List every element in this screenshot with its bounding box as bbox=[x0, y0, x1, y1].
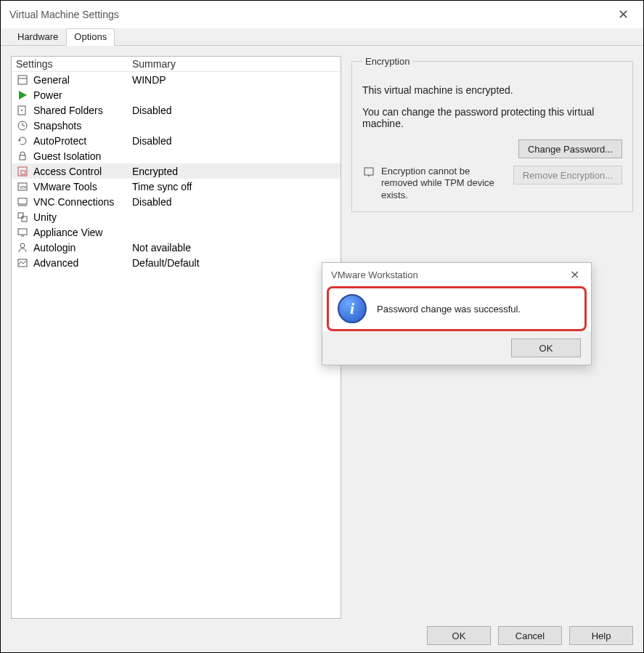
row-summary: Disabled bbox=[132, 196, 336, 208]
message-dialog: VMware Workstation ✕ i Password change w… bbox=[322, 262, 592, 365]
svg-rect-16 bbox=[18, 213, 23, 218]
row-unity[interactable]: Unity bbox=[12, 209, 341, 224]
row-summary: WINDP bbox=[132, 74, 336, 86]
general-icon bbox=[16, 73, 29, 86]
dialog-close-icon[interactable]: ✕ bbox=[563, 267, 587, 283]
row-label: AutoProtect bbox=[33, 135, 86, 147]
svg-marker-2 bbox=[19, 91, 27, 100]
list-header: Settings Summary bbox=[12, 57, 341, 72]
dialog-title: VMware Workstation bbox=[331, 269, 418, 280]
ok-button[interactable]: OK bbox=[427, 626, 491, 645]
titlebar: Virtual Machine Settings ✕ bbox=[1, 1, 643, 28]
access-icon bbox=[16, 165, 29, 178]
appliance-icon bbox=[16, 226, 29, 239]
row-summary: Disabled bbox=[132, 105, 336, 116]
row-label: Snapshots bbox=[33, 120, 81, 131]
row-summary: Encrypted bbox=[132, 166, 336, 177]
row-summary: Disabled bbox=[132, 135, 336, 147]
refresh-icon bbox=[16, 134, 29, 147]
row-shared-folders[interactable]: Shared Folders Disabled bbox=[12, 102, 341, 118]
encryption-group: Encryption This virtual machine is encry… bbox=[351, 56, 633, 212]
row-label: Unity bbox=[33, 211, 57, 223]
unity-icon bbox=[16, 211, 29, 224]
row-summary: Default/Default bbox=[132, 257, 336, 269]
svg-rect-14 bbox=[18, 198, 27, 204]
encryption-note: Encryption cannot be removed while TPM d… bbox=[381, 166, 508, 201]
encryption-legend: Encryption bbox=[362, 56, 412, 67]
row-autoprotect[interactable]: AutoProtect Disabled bbox=[12, 133, 341, 148]
row-general[interactable]: General WINDP bbox=[12, 72, 341, 87]
tab-options[interactable]: Options bbox=[66, 28, 115, 46]
svg-text:vm: vm bbox=[20, 184, 27, 190]
help-button[interactable]: Help bbox=[569, 626, 633, 645]
row-label: Shared Folders bbox=[33, 105, 103, 116]
cancel-button[interactable]: Cancel bbox=[498, 626, 562, 645]
svg-marker-23 bbox=[368, 175, 370, 177]
row-label: Power bbox=[33, 89, 62, 101]
svg-rect-17 bbox=[22, 216, 27, 222]
row-label: Guest Isolation bbox=[33, 150, 101, 162]
list-body: General WINDP Power Shared Folders bbox=[12, 72, 341, 618]
row-vnc[interactable]: VNC Connections Disabled bbox=[12, 194, 341, 209]
footer: OK Cancel Help bbox=[1, 619, 643, 652]
svg-point-20 bbox=[20, 243, 25, 248]
dialog-titlebar: VMware Workstation ✕ bbox=[322, 263, 591, 286]
user-icon bbox=[16, 241, 29, 254]
row-summary: Time sync off bbox=[132, 181, 336, 192]
row-summary: Not available bbox=[132, 242, 336, 254]
dialog-footer: OK bbox=[322, 331, 591, 365]
encryption-line2: You can change the password protecting t… bbox=[362, 106, 622, 129]
dialog-ok-button[interactable]: OK bbox=[511, 338, 581, 357]
settings-list: Settings Summary General WINDP Power bbox=[11, 56, 341, 619]
close-icon[interactable]: ✕ bbox=[609, 4, 637, 25]
svg-point-4 bbox=[21, 110, 23, 111]
row-snapshots[interactable]: Snapshots bbox=[12, 118, 341, 133]
row-autologin[interactable]: Autologin Not available bbox=[12, 240, 341, 255]
row-vmware-tools[interactable]: vm VMware Tools Time sync off bbox=[12, 179, 341, 194]
play-icon bbox=[16, 89, 29, 102]
svg-rect-22 bbox=[364, 168, 373, 175]
row-power[interactable]: Power bbox=[12, 87, 341, 102]
header-summary: Summary bbox=[132, 58, 336, 70]
remove-encryption-button: Remove Encryption... bbox=[513, 166, 622, 184]
row-label: Advanced bbox=[33, 257, 78, 269]
svg-rect-11 bbox=[21, 171, 25, 174]
folder-icon bbox=[16, 104, 29, 117]
vm-settings-window: Virtual Machine Settings ✕ Hardware Opti… bbox=[0, 0, 644, 653]
info-square-icon bbox=[362, 166, 375, 179]
tab-hardware[interactable]: Hardware bbox=[9, 28, 66, 45]
row-guest-isolation[interactable]: Guest Isolation bbox=[12, 148, 341, 163]
dialog-message: Password change was successful. bbox=[377, 304, 521, 315]
row-label: Access Control bbox=[33, 166, 102, 177]
tab-bar: Hardware Options bbox=[1, 28, 643, 46]
row-advanced[interactable]: Advanced Default/Default bbox=[12, 255, 341, 270]
clock-icon bbox=[16, 119, 29, 132]
svg-rect-18 bbox=[18, 229, 27, 235]
lock-icon bbox=[16, 150, 29, 163]
info-icon: i bbox=[338, 294, 367, 323]
row-label: Appliance View bbox=[33, 227, 102, 238]
row-access-control[interactable]: Access Control Encrypted bbox=[12, 163, 341, 179]
dialog-highlight: i Password change was successful. bbox=[327, 286, 587, 331]
vnc-icon bbox=[16, 195, 29, 208]
row-label: General bbox=[33, 74, 70, 86]
svg-rect-0 bbox=[18, 76, 27, 84]
row-label: Autologin bbox=[33, 242, 76, 254]
vm-icon: vm bbox=[16, 180, 29, 193]
window-title: Virtual Machine Settings bbox=[9, 9, 119, 20]
svg-rect-9 bbox=[20, 155, 25, 160]
encryption-line1: This virtual machine is encrypted. bbox=[362, 84, 622, 96]
row-label: VNC Connections bbox=[33, 196, 114, 208]
change-password-button[interactable]: Change Password... bbox=[518, 139, 622, 158]
advanced-icon bbox=[16, 256, 29, 269]
row-label: VMware Tools bbox=[33, 181, 97, 192]
header-settings: Settings bbox=[16, 58, 132, 70]
svg-marker-8 bbox=[19, 139, 21, 142]
row-appliance-view[interactable]: Appliance View bbox=[12, 224, 341, 240]
